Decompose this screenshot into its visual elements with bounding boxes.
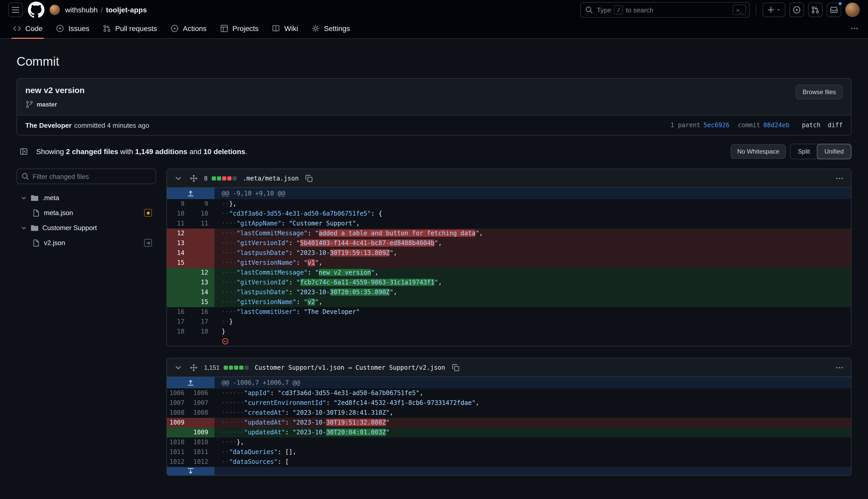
line-number-new[interactable] — [191, 229, 214, 239]
code-token: "gitVersionId" — [237, 279, 289, 286]
line-number-new[interactable]: 10 — [191, 209, 214, 219]
line-number-new[interactable]: 1008 — [191, 408, 214, 418]
whitespace-button[interactable]: No Whitespace — [731, 144, 786, 159]
line-number-old[interactable]: 13 — [167, 239, 191, 248]
hunk-expand-button[interactable] — [167, 377, 214, 388]
file-filter-input[interactable] — [16, 169, 156, 184]
line-number-old[interactable] — [167, 278, 191, 288]
code-token: ·· — [222, 200, 229, 207]
line-number-old[interactable]: 1007 — [167, 398, 191, 408]
commit-sha-link[interactable]: 08d24eb — [763, 122, 790, 129]
line-number-new[interactable]: 16 — [191, 307, 214, 317]
copy-path-button[interactable] — [303, 172, 315, 184]
tab-settings[interactable]: Settings — [305, 19, 357, 38]
line-number-old[interactable] — [167, 268, 191, 278]
line-number-new[interactable]: 15 — [191, 297, 214, 307]
breadcrumb-repo[interactable]: tooljet-apps — [106, 6, 147, 14]
tree-item-meta[interactable]: .meta — [16, 190, 156, 205]
line-number-new[interactable] — [191, 239, 214, 248]
tree-item-meta-json[interactable]: meta.json — [16, 205, 156, 220]
tab-wiki[interactable]: Wiki — [265, 19, 305, 38]
inbox-button[interactable] — [827, 3, 841, 17]
hunk-expand-button[interactable] — [167, 188, 214, 199]
tab-actions[interactable]: Actions — [164, 19, 213, 38]
line-number-new[interactable]: 1012 — [191, 457, 214, 467]
expand-all-button[interactable] — [188, 361, 200, 374]
user-avatar-button[interactable] — [845, 3, 860, 17]
issues-button[interactable] — [790, 3, 804, 17]
line-number-old[interactable]: 10 — [167, 209, 191, 219]
code-token: "appId" — [244, 389, 270, 397]
summary-deletions: 10 deletions — [203, 147, 245, 156]
patch-link[interactable]: patch — [802, 122, 820, 129]
breadcrumb-owner[interactable]: withshubh — [65, 6, 98, 14]
parent-sha-link[interactable]: 5ec6926 — [703, 122, 730, 129]
line-number-new[interactable]: 1010 — [191, 437, 214, 447]
copy-path-button[interactable] — [449, 361, 462, 374]
branch-link[interactable]: master — [37, 101, 57, 108]
global-search-input[interactable]: Type/to search >_ — [580, 2, 750, 17]
github-logo[interactable] — [28, 2, 45, 18]
line-number-new[interactable]: 17 — [191, 317, 214, 327]
expand-all-button[interactable] — [188, 172, 200, 184]
line-number-new[interactable]: 13 — [191, 278, 214, 288]
line-number-old[interactable]: 1012 — [167, 457, 191, 467]
line-number-old[interactable]: 1010 — [167, 437, 191, 447]
tab-issues[interactable]: Issues — [49, 19, 96, 38]
line-number-new[interactable]: 1006 — [191, 388, 214, 398]
line-number-new[interactable]: 12 — [191, 268, 214, 278]
line-number-old[interactable]: 1008 — [167, 408, 191, 418]
line-number-old[interactable]: 16 — [167, 307, 191, 317]
line-number-old[interactable] — [167, 288, 191, 297]
split-view-button[interactable]: Split — [791, 144, 817, 159]
unified-view-button[interactable]: Unified — [817, 144, 851, 159]
file-collapse-button[interactable] — [172, 172, 185, 184]
line-number-old[interactable]: 17 — [167, 317, 191, 327]
file-options-button[interactable] — [833, 172, 846, 184]
file-collapse-button[interactable] — [172, 361, 185, 374]
line-number-old[interactable]: 1006 — [167, 388, 191, 398]
line-number-new[interactable]: 1011 — [191, 447, 214, 457]
line-number-new[interactable]: 18 — [191, 327, 214, 337]
line-number-new[interactable]: 14 — [191, 288, 214, 297]
tab-code[interactable]: Code — [6, 19, 49, 38]
file-name-link[interactable]: .meta/meta.json — [242, 174, 299, 182]
tab-projects[interactable]: Projects — [213, 19, 265, 38]
tree-item-customer-support[interactable]: Customer Support — [16, 220, 156, 235]
commit-time: committed 4 minutes ago — [74, 121, 149, 129]
line-number-old[interactable] — [167, 297, 191, 307]
line-number-new[interactable] — [191, 418, 214, 428]
line-number-old[interactable]: 15 — [167, 258, 191, 268]
line-number-new[interactable]: 9 — [191, 199, 214, 209]
file-options-button[interactable] — [833, 361, 846, 374]
hamburger-menu-button[interactable] — [8, 3, 23, 17]
create-new-button[interactable] — [763, 3, 785, 17]
tab-pull-requests[interactable]: Pull requests — [96, 19, 164, 38]
line-number-old[interactable]: 11 — [167, 219, 191, 229]
diff-link[interactable]: diff — [828, 122, 843, 129]
hunk-expand-button[interactable] — [167, 467, 214, 475]
tree-item-v2-json[interactable]: v2.json — [16, 235, 156, 250]
line-number-new[interactable] — [191, 248, 214, 258]
line-number-new[interactable] — [191, 258, 214, 268]
line-number-old[interactable]: 1009 — [167, 418, 191, 428]
line-number-new[interactable]: 1007 — [191, 398, 214, 408]
file-name-link[interactable]: Customer Support/v1.json → Customer Supp… — [255, 364, 445, 371]
kebab-icon — [835, 363, 844, 372]
line-number-new[interactable]: 11 — [191, 219, 214, 229]
line-number-old[interactable]: 12 — [167, 229, 191, 239]
line-number-old[interactable]: 14 — [167, 248, 191, 258]
line-number-old[interactable]: 1011 — [167, 447, 191, 457]
pull-requests-button[interactable] — [808, 3, 822, 17]
command-palette-button[interactable]: >_ — [733, 5, 746, 15]
file-tree-toggle-button[interactable] — [16, 144, 31, 159]
code-line: ····"lastCommitMessage": "new v2 version… — [214, 268, 851, 278]
diff-table: @@ -9,10 +9,10 @@99··},1010··"cd3f3a6d-3… — [167, 188, 851, 346]
nav-overflow-button[interactable] — [847, 21, 862, 36]
browse-files-button[interactable]: Browse files — [796, 85, 843, 99]
code-line: ····"lastCommitMessage": "added a table … — [214, 229, 851, 239]
line-number-old[interactable]: 18 — [167, 327, 191, 337]
line-number-new[interactable]: 1009 — [191, 428, 214, 437]
line-number-old[interactable] — [167, 428, 191, 437]
line-number-old[interactable]: 9 — [167, 199, 191, 209]
